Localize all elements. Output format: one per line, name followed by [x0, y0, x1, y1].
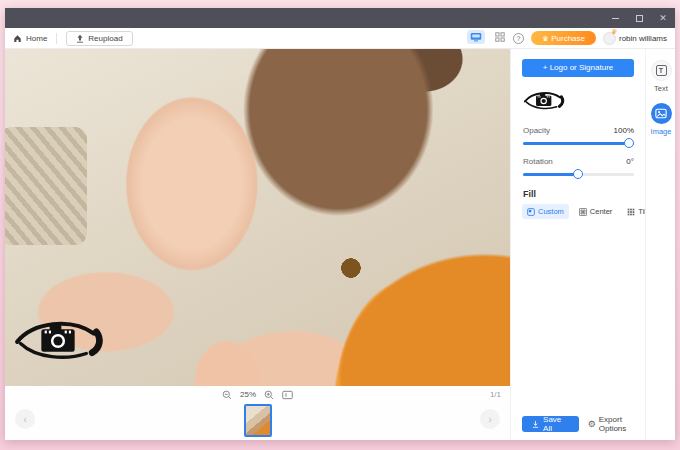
user-account[interactable]: ♛ robin williams — [603, 32, 667, 45]
opacity-slider-knob[interactable] — [624, 138, 634, 148]
view-switcher — [467, 30, 508, 44]
home-button[interactable]: Home — [13, 34, 47, 43]
opacity-slider[interactable] — [523, 138, 634, 148]
purchase-button[interactable]: ♛ Purchase — [531, 31, 596, 45]
text-tab-label: Text — [646, 84, 676, 93]
tab-text[interactable]: T Text — [646, 60, 676, 93]
rotation-slider-fill — [523, 173, 579, 176]
grid-view-icon — [495, 32, 505, 42]
image-icon — [655, 108, 667, 119]
reupload-label: Reupload — [88, 34, 122, 43]
image-thumbnail-selected[interactable] — [244, 404, 272, 437]
app-screenshot: { "titlebar": { "close_glyph": "✕" }, "t… — [0, 0, 680, 450]
save-all-label: Save All — [543, 415, 569, 433]
fill-option-custom[interactable]: Custom — [522, 204, 569, 219]
opacity-slider-fill — [523, 142, 634, 145]
opacity-value: 100% — [614, 126, 634, 135]
home-icon — [13, 34, 22, 43]
rotation-label: Rotation — [523, 157, 553, 166]
photo-canvas[interactable] — [5, 49, 510, 386]
rotation-value: 0° — [626, 157, 634, 166]
image-tab-circle — [651, 103, 672, 124]
purchase-label: Purchase — [551, 34, 585, 43]
add-logo-button[interactable]: + Logo or Signature — [522, 59, 634, 77]
avatar: ♛ — [603, 32, 616, 45]
rotation-slider[interactable] — [523, 169, 634, 179]
text-icon: T — [656, 65, 667, 76]
rotation-row: Rotation 0° — [523, 157, 634, 166]
fill-section-label: Fill — [523, 189, 536, 199]
watermark-settings-panel: + Logo or Signature Opacity 100% — [510, 49, 645, 440]
save-all-button[interactable]: Save All — [522, 416, 579, 432]
home-label: Home — [26, 34, 47, 43]
maximize-button[interactable] — [627, 8, 651, 28]
tab-image[interactable]: Image — [646, 103, 676, 136]
minimize-icon — [612, 18, 619, 19]
close-button[interactable]: ✕ — [651, 8, 675, 28]
fit-view-icon — [282, 390, 293, 400]
fill-options: Custom Center — [522, 204, 655, 219]
fit-view-button[interactable] — [282, 390, 293, 400]
fill-option-center[interactable]: Center — [574, 204, 618, 219]
toolbar-right: ? ♛ Purchase ♛ robin williams — [513, 31, 667, 45]
text-tab-circle: T — [651, 60, 672, 81]
status-bar: 25% 1/1 — [5, 387, 510, 402]
tool-rail: T Text Image — [645, 49, 675, 440]
reupload-button[interactable]: Reupload — [66, 31, 132, 46]
zoom-in-button[interactable] — [264, 390, 274, 400]
zoom-out-button[interactable] — [222, 390, 232, 400]
zoom-out-icon — [222, 390, 232, 400]
title-bar: ✕ — [5, 8, 675, 28]
gear-icon: ⚙ — [588, 420, 596, 429]
single-view-icon — [470, 32, 482, 42]
zoom-in-icon — [264, 390, 274, 400]
center-fill-icon — [579, 208, 587, 216]
fill-option-label: Custom — [538, 207, 564, 216]
filmstrip: ‹ › — [5, 402, 510, 440]
crown-icon: ♛ — [542, 35, 548, 42]
tile-fill-icon — [627, 208, 635, 216]
toolbar-divider — [56, 33, 57, 44]
user-name: robin williams — [619, 34, 667, 43]
toolbar: Home Reupload — [5, 28, 675, 49]
opacity-label: Opacity — [523, 126, 550, 135]
logo-preview[interactable] — [523, 87, 569, 115]
previous-image-button[interactable]: ‹ — [15, 409, 35, 429]
rotation-slider-knob[interactable] — [573, 169, 583, 179]
panel-bottom-bar: Save All ⚙ Export Options — [522, 415, 645, 433]
fill-option-label: Center — [590, 207, 613, 216]
next-image-button[interactable]: › — [480, 409, 500, 429]
app-window: ✕ Home Reupload — [5, 8, 675, 440]
upload-icon — [76, 34, 84, 43]
thumbnail-image — [246, 406, 270, 435]
close-icon: ✕ — [659, 13, 667, 23]
custom-fill-icon — [527, 208, 535, 216]
chevron-left-icon: ‹ — [23, 413, 27, 425]
page-indicator: 1/1 — [490, 387, 501, 402]
chevron-right-icon: › — [488, 413, 492, 425]
help-icon: ? — [516, 35, 520, 42]
export-options-button[interactable]: ⚙ Export Options — [588, 415, 645, 433]
zoom-level: 25% — [240, 390, 256, 399]
minimize-button[interactable] — [603, 8, 627, 28]
single-view-button[interactable] — [467, 30, 485, 44]
maximize-icon — [636, 15, 643, 22]
opacity-row: Opacity 100% — [523, 126, 634, 135]
export-options-label: Export Options — [599, 415, 645, 433]
grid-view-button[interactable] — [492, 30, 508, 44]
help-button[interactable]: ? — [513, 33, 524, 44]
avatar-crown-icon: ♛ — [610, 27, 618, 37]
photo-pillow-texture — [5, 127, 87, 245]
watermark-logo[interactable] — [13, 315, 113, 367]
image-tab-label: Image — [646, 127, 676, 136]
download-icon — [532, 420, 539, 429]
